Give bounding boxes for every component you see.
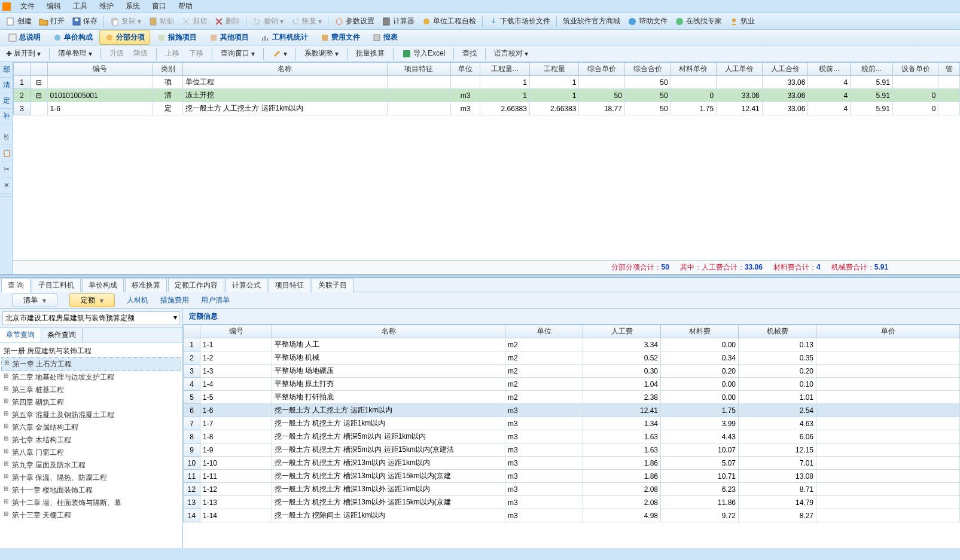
norm-combo[interactable]: 北京市建设工程房屋建筑与装饰预算定额▾ bbox=[2, 311, 180, 325]
cut-button[interactable]: 剪切 bbox=[178, 15, 211, 27]
tree-item[interactable]: 第十章 保温、隔热、防腐工程 bbox=[1, 472, 181, 484]
user-list-link[interactable]: 用户清单 bbox=[201, 295, 230, 305]
menu-window[interactable]: 窗口 bbox=[146, 1, 172, 11]
menu-tools[interactable]: 工具 bbox=[67, 1, 93, 11]
move-up-button[interactable]: 上移 bbox=[161, 47, 183, 60]
table-row[interactable]: 61-6挖一般土方 人工挖土方 运距1km以内m312.411.752.54 bbox=[184, 404, 960, 417]
tab-measures[interactable]: 措施项目 bbox=[151, 30, 202, 45]
redo-button[interactable]: 恢复▾ bbox=[287, 15, 325, 27]
zy-button[interactable]: 筑业 bbox=[726, 15, 758, 27]
save-button[interactable]: 保存 bbox=[68, 15, 101, 27]
paste-icon[interactable]: 📋 bbox=[1, 145, 11, 161]
table-row[interactable]: 141-14挖一般土方 挖除间土 运距1km以内m34.989.728.27 bbox=[184, 509, 960, 522]
side-tab-bu2[interactable]: 补 bbox=[0, 109, 13, 124]
table-row[interactable]: 81-8挖一般土方 机挖土方 槽深5m以内 运距1km以内m31.634.436… bbox=[184, 430, 960, 443]
copy-button[interactable]: 复制▾ bbox=[106, 15, 145, 27]
table-row[interactable]: 41-4平整场地 原土打夯m21.040.000.10 bbox=[184, 378, 960, 391]
condition-query-tab[interactable]: 条件查询 bbox=[41, 328, 83, 342]
table-row[interactable]: 2⊟010101005001清冻土开挖m3115050033.0633.0645… bbox=[14, 89, 960, 102]
expert-button[interactable]: 在线找专家 bbox=[671, 15, 726, 27]
tree-item[interactable]: 第七章 木结构工程 bbox=[1, 434, 181, 446]
helpfile-button[interactable]: 帮助文件 bbox=[624, 15, 671, 27]
import-excel-button[interactable]: 导入Excel bbox=[398, 47, 449, 60]
table-row[interactable]: 21-2平整场地 机械m20.520.340.35 bbox=[184, 351, 960, 365]
tab-query[interactable]: 查 询 bbox=[1, 278, 31, 293]
tab-general[interactable]: 总说明 bbox=[2, 30, 46, 45]
delete-button[interactable]: 删除 bbox=[211, 15, 243, 27]
table-row[interactable]: 31-3平整场地 场地碾压m20.300.200.20 bbox=[184, 365, 960, 378]
tab-stdconv[interactable]: 标准换算 bbox=[125, 278, 167, 292]
table-row[interactable]: 121-12挖一般土方 机挖土方 槽深13m以外 运距1km以内m32.086.… bbox=[184, 483, 960, 496]
coef-button[interactable]: 系数调整▾ bbox=[301, 47, 342, 60]
tab-workcontent[interactable]: 定额工作内容 bbox=[168, 278, 224, 292]
norm-grid[interactable]: 编号名称单位人工费材料费机械费单价 11-1平整场地 人工m23.340.000… bbox=[183, 325, 960, 548]
copy-icon[interactable]: ⎘ bbox=[1, 129, 11, 145]
table-row[interactable]: 71-7挖一般土方 机挖土方 运距1km以内m31.343.994.63 bbox=[184, 417, 960, 430]
tree-item[interactable]: 第三章 桩基工程 bbox=[1, 384, 181, 396]
move-down-button[interactable]: 下移 bbox=[185, 47, 207, 60]
tab-subitem[interactable]: 子目工料机 bbox=[32, 278, 81, 292]
tab-pricecomp[interactable]: 单价构成 bbox=[82, 278, 124, 292]
list-org-button[interactable]: 清单整理▾ bbox=[54, 47, 96, 60]
mall-link[interactable]: 筑业软件官方商城 bbox=[559, 15, 624, 27]
tab-other[interactable]: 其他项目 bbox=[203, 30, 254, 45]
download-market-button[interactable]: 下载市场价文件 bbox=[485, 15, 554, 27]
chapter-tree[interactable]: 第一册 房屋建筑与装饰工程第一章 土石方工程第二章 地基处理与边坡支护工程第三章… bbox=[0, 342, 182, 548]
tree-item[interactable]: 第一章 土石方工程 bbox=[1, 357, 181, 371]
calc-button[interactable]: 计算器 bbox=[378, 15, 418, 27]
menu-edit[interactable]: 编辑 bbox=[41, 1, 67, 11]
tab-fee[interactable]: 费用文件 bbox=[315, 30, 365, 45]
menu-system[interactable]: 系统 bbox=[120, 1, 146, 11]
menu-file[interactable]: 文件 bbox=[14, 1, 41, 11]
tree-item[interactable]: 第六章 金属结构工程 bbox=[1, 421, 181, 434]
level-up-button[interactable]: 升级 bbox=[106, 47, 127, 60]
tree-item[interactable]: 第十一章 楼地面装饰工程 bbox=[1, 484, 181, 497]
table-row[interactable]: 51-5平整场地 打钎拍底m22.380.001.01 bbox=[184, 391, 960, 404]
undo-button[interactable]: 撤销▾ bbox=[249, 15, 287, 27]
rcj-link[interactable]: 人材机 bbox=[127, 295, 148, 305]
tab-price[interactable]: 单价构成 bbox=[47, 30, 98, 45]
tab-feature[interactable]: 项目特征 bbox=[269, 278, 310, 292]
cut-icon[interactable]: ✂ bbox=[1, 161, 11, 178]
qingdan-dropdown[interactable]: 清单 bbox=[12, 293, 57, 307]
batch-button[interactable]: 批量换算 bbox=[352, 47, 388, 60]
main-grid[interactable]: 编号类别名称项目特征单位工程量...工程量综合单价综合合价材料单价人工单价人工合… bbox=[13, 62, 960, 260]
tab-divisions[interactable]: 分部分项 bbox=[99, 30, 150, 45]
tree-item[interactable]: 第十三章 天棚工程 bbox=[1, 509, 181, 522]
paste-button[interactable]: 粘贴 bbox=[145, 15, 178, 27]
table-row[interactable]: 101-10挖一般土方 机挖土方 槽深13m以内 运距1km以内m31.865.… bbox=[184, 457, 960, 470]
brush-button[interactable]: ▾ bbox=[269, 48, 291, 60]
table-row[interactable]: 91-9挖一般土方 机挖土方 槽深5m以内 运距15km以内(京建法m31.63… bbox=[184, 443, 960, 457]
tree-item[interactable]: 第九章 屋面及防水工程 bbox=[1, 459, 181, 472]
tree-item[interactable]: 第五章 混凝土及钢筋混凝土工程 bbox=[1, 409, 181, 421]
side-tab-ding[interactable]: 定 bbox=[0, 93, 13, 109]
table-row[interactable]: 131-13挖一般土方 机挖土方 槽深13m以外 运距15km以内(京建m32.… bbox=[184, 496, 960, 509]
measure-fee-link[interactable]: 措施费用 bbox=[160, 295, 189, 305]
tab-related[interactable]: 关联子目 bbox=[312, 278, 353, 292]
side-tab-qing[interactable]: 清 bbox=[0, 78, 13, 93]
menu-maint[interactable]: 维护 bbox=[93, 1, 120, 11]
tree-item[interactable]: 第四章 砌筑工程 bbox=[1, 396, 181, 409]
tree-item[interactable]: 第二章 地基处理与边坡支护工程 bbox=[1, 371, 181, 384]
table-row[interactable]: 31-6定挖一般土方 人工挖土方 运距1km以内m32.663832.66383… bbox=[14, 102, 960, 115]
level-down-button[interactable]: 降级 bbox=[130, 47, 151, 60]
tab-report[interactable]: 报表 bbox=[367, 30, 403, 45]
dinge-dropdown[interactable]: 定额 bbox=[69, 293, 115, 307]
table-row[interactable]: 111-11挖一般土方 机挖土方 槽深13m以内 运距15km以内(京建m31.… bbox=[184, 470, 960, 483]
selfcheck-button[interactable]: 单位工程自检 bbox=[418, 15, 480, 27]
side-tab-bu[interactable]: 部 bbox=[0, 62, 13, 78]
voice-check-button[interactable]: 语言校对▾ bbox=[490, 47, 532, 60]
tab-stats[interactable]: 工料机统计 bbox=[255, 30, 313, 45]
tab-formula[interactable]: 计算公式 bbox=[225, 278, 267, 292]
tree-item[interactable]: 第八章 门窗工程 bbox=[1, 446, 181, 459]
find-button[interactable]: 查找 bbox=[459, 47, 480, 60]
open-button[interactable]: 打开 bbox=[35, 15, 68, 27]
expand-to-button[interactable]: ✚展开到▾ bbox=[2, 47, 44, 60]
menu-help[interactable]: 帮助 bbox=[172, 1, 199, 11]
tree-item[interactable]: 第一册 房屋建筑与装饰工程 bbox=[1, 345, 181, 357]
table-row[interactable]: 1⊟项单位工程115033.0645.91 bbox=[14, 76, 960, 89]
new-button[interactable]: 创建 bbox=[2, 15, 35, 27]
query-window-button[interactable]: 查询窗口▾ bbox=[217, 47, 258, 60]
param-button[interactable]: 参数设置 bbox=[331, 15, 378, 27]
delete-icon[interactable]: ✕ bbox=[1, 178, 11, 194]
